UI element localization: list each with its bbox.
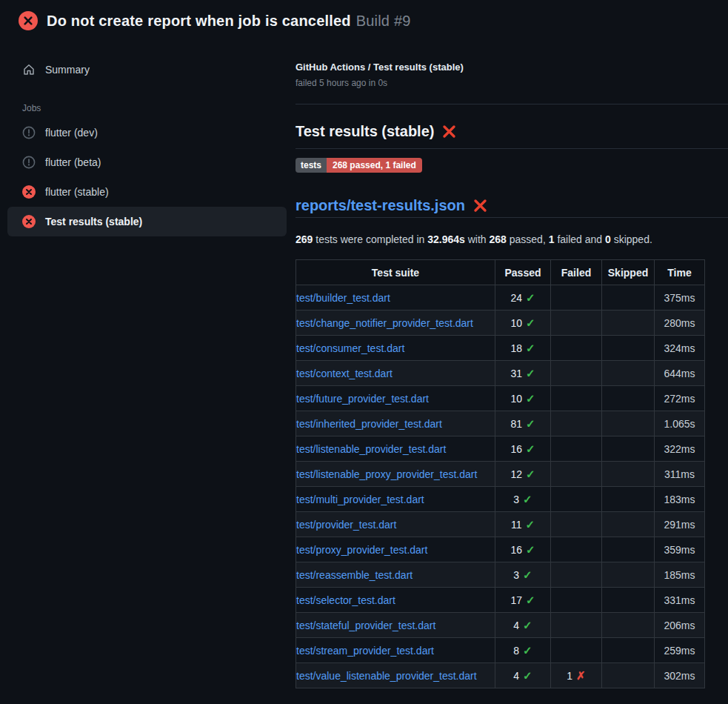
job-label: flutter (stable) <box>45 186 109 198</box>
passed-cell: 24✓ <box>495 285 551 311</box>
check-icon: ✓ <box>526 468 535 480</box>
passed-cell: 16✓ <box>495 537 551 562</box>
skipped-cell <box>602 512 655 537</box>
divider <box>295 104 728 104</box>
test-suite-link[interactable]: test/stateful_provider_test.dart <box>296 620 435 631</box>
test-suite-link[interactable]: test/proxy_provider_test.dart <box>296 544 427 556</box>
check-icon: ✓ <box>523 669 532 682</box>
report-title-link[interactable]: reports/test-results.json <box>295 197 465 213</box>
check-icon: ✓ <box>523 493 532 505</box>
skipped-cell <box>602 638 655 663</box>
passed-cell: 3✓ <box>495 562 551 588</box>
passed-cell: 10✓ <box>495 311 551 336</box>
time-cell: 375ms <box>655 285 705 311</box>
table-row: test/change_notifier_provider_test.dart … <box>296 311 705 336</box>
test-suite-link[interactable]: test/builder_test.dart <box>296 292 390 304</box>
table-row: test/listenable_proxy_provider_test.dart… <box>296 462 705 487</box>
report-title: reports/test-results.json <box>295 197 465 214</box>
test-suite-link[interactable]: test/future_provider_test.dart <box>296 393 429 405</box>
failed-cell: 1✗ <box>551 663 602 688</box>
skipped-cell <box>602 361 655 386</box>
table-row: test/stateful_provider_test.dart 4✓ 206m… <box>296 613 705 638</box>
summary-number: 32.964s <box>427 233 465 245</box>
summary-text: failed and <box>555 233 606 245</box>
passed-cell: 10✓ <box>495 386 551 411</box>
passed-cell: 11✓ <box>495 512 551 537</box>
summary-number: 268 <box>490 233 507 245</box>
test-suite-link[interactable]: test/value_listenable_provider_test.dart <box>296 670 477 682</box>
header-test-suite: Test suite <box>296 260 495 285</box>
test-suite-link[interactable]: test/context_test.dart <box>296 368 393 379</box>
time-cell: 272ms <box>655 386 705 411</box>
test-suite-link[interactable]: test/reassemble_test.dart <box>296 569 413 581</box>
test-results-table: Test suite Passed Failed Skipped Time te… <box>295 259 705 688</box>
main-content: GitHub Actions / Test results (stable) f… <box>295 38 728 688</box>
job-label: flutter (beta) <box>45 156 101 168</box>
test-suite-link[interactable]: test/inherited_provider_test.dart <box>296 418 442 430</box>
summary-text: tests were completed in <box>313 233 427 245</box>
run-meta: failed 5 hours ago in 0s <box>295 78 728 88</box>
failed-cell <box>551 613 602 638</box>
passed-cell: 31✓ <box>495 361 551 386</box>
job-label: flutter (dev) <box>45 127 98 139</box>
tests-badge: tests 268 passed, 1 failed <box>295 158 422 173</box>
time-cell: 185ms <box>655 562 705 588</box>
table-row: test/inherited_provider_test.dart 81✓ 1.… <box>296 411 705 436</box>
skipped-cell <box>602 336 655 361</box>
failed-cell <box>551 487 602 512</box>
test-suite-link[interactable]: test/multi_provider_test.dart <box>296 494 424 505</box>
skipped-cell <box>602 411 655 436</box>
check-icon: ✓ <box>526 291 535 304</box>
passed-cell: 4✓ <box>495 663 551 688</box>
test-suite-link[interactable]: test/listenable_proxy_provider_test.dart <box>296 468 477 480</box>
check-icon: ✓ <box>526 543 535 556</box>
time-cell: 311ms <box>655 462 705 487</box>
time-cell: 322ms <box>655 436 705 462</box>
check-icon: ✓ <box>526 392 535 405</box>
test-suite-link[interactable]: test/consumer_test.dart <box>296 342 404 354</box>
passed-cell: 4✓ <box>495 613 551 638</box>
sidebar-job-item[interactable]: flutter (dev) <box>7 118 287 147</box>
skipped-cell <box>602 311 655 336</box>
check-icon: ✓ <box>526 442 535 455</box>
check-icon: ✓ <box>526 316 535 329</box>
header-failed: Failed <box>551 260 602 285</box>
passed-cell: 81✓ <box>495 411 551 436</box>
test-suite-link[interactable]: test/selector_test.dart <box>296 594 395 606</box>
table-header-row: Test suite Passed Failed Skipped Time <box>296 260 705 285</box>
skipped-cell <box>602 663 655 688</box>
time-cell: 291ms <box>655 512 705 537</box>
test-suite-link[interactable]: test/stream_provider_test.dart <box>296 645 434 657</box>
skipped-cell <box>602 285 655 311</box>
test-suite-link[interactable]: test/change_notifier_provider_test.dart <box>296 317 473 329</box>
test-suite-link[interactable]: test/provider_test.dart <box>296 519 396 531</box>
failed-circle-icon <box>19 11 38 30</box>
skipped-cell <box>602 562 655 588</box>
job-failed-icon <box>22 215 36 228</box>
table-row: test/selector_test.dart 17✓ 331ms <box>296 588 705 613</box>
check-icon: ✓ <box>523 568 532 581</box>
check-icon: ✓ <box>526 594 535 606</box>
failed-cell <box>551 462 602 487</box>
sidebar-job-item[interactable]: flutter (stable) <box>7 177 287 207</box>
summary-text: skipped. <box>611 233 652 245</box>
table-row: test/stream_provider_test.dart 8✓ 259ms <box>296 638 705 663</box>
badge-value: 268 passed, 1 failed <box>327 158 422 173</box>
time-cell: 259ms <box>655 638 705 663</box>
skipped-cell <box>602 386 655 411</box>
sidebar-item-summary[interactable]: Summary <box>0 57 295 82</box>
sidebar: Summary Jobs flutter (dev) flutter (beta… <box>0 38 295 236</box>
job-cancelled-icon <box>22 126 36 139</box>
table-row: test/future_provider_test.dart 10✓ 272ms <box>296 386 705 411</box>
summary-number: 1 <box>549 233 555 245</box>
passed-cell: 12✓ <box>495 462 551 487</box>
sidebar-job-item[interactable]: flutter (beta) <box>7 147 287 177</box>
failed-cell <box>551 537 602 562</box>
sidebar-job-item[interactable]: Test results (stable) <box>7 207 287 236</box>
test-suite-link[interactable]: test/listenable_provider_test.dart <box>296 443 446 455</box>
page-header: Do not create report when job is cancell… <box>0 0 728 38</box>
badge-label: tests <box>295 158 327 173</box>
failed-cell <box>551 512 602 537</box>
job-failed-icon <box>22 185 36 199</box>
header-time: Time <box>655 260 705 285</box>
